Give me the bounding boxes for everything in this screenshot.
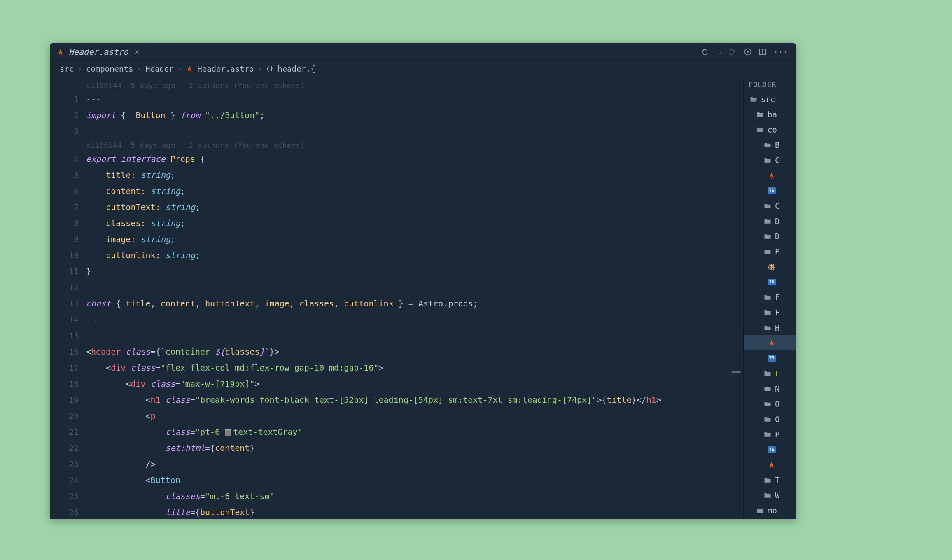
code-line bbox=[86, 280, 743, 296]
code-line: classes="mt-6 text-sm" bbox=[86, 488, 743, 504]
tree-item[interactable]: TS bbox=[744, 183, 796, 198]
tree-item[interactable]: L bbox=[744, 366, 796, 381]
gitlens-annotation[interactable]: s1196144, 5 days ago | 2 authors (You an… bbox=[86, 140, 743, 151]
line-number: 22 bbox=[50, 440, 79, 456]
astro-icon bbox=[768, 339, 776, 347]
code-line: set:html={content} bbox=[86, 440, 743, 456]
go-forward-icon[interactable] bbox=[729, 48, 737, 56]
line-number: 13 bbox=[50, 296, 79, 312]
tree-item-label: P bbox=[775, 430, 779, 439]
color-chip bbox=[225, 429, 231, 436]
line-number: 24 bbox=[50, 472, 79, 488]
tree-item[interactable]: TS bbox=[744, 274, 796, 289]
tree-item-label: O bbox=[775, 399, 779, 408]
folder-open-icon bbox=[749, 95, 758, 103]
tree-item[interactable]: D bbox=[744, 229, 796, 244]
close-icon[interactable]: × bbox=[135, 47, 140, 56]
tree-item-label: src bbox=[761, 95, 775, 104]
folder-icon bbox=[756, 506, 764, 515]
breadcrumb-item[interactable]: Header.astro bbox=[197, 64, 254, 73]
code-line: classes: string; bbox=[86, 215, 743, 231]
gitlens-annotation[interactable]: s1196144, 5 days ago | 2 authors (You an… bbox=[86, 80, 743, 91]
tree-item[interactable]: N bbox=[744, 381, 796, 396]
tree-item[interactable]: O bbox=[744, 411, 796, 427]
tree-item[interactable]: C bbox=[744, 152, 796, 168]
tree-item[interactable]: W bbox=[744, 488, 796, 503]
tree-item[interactable] bbox=[744, 457, 796, 472]
tree-item[interactable]: C bbox=[744, 198, 796, 213]
tree-item[interactable]: D bbox=[744, 213, 796, 229]
ts-icon: TS bbox=[768, 187, 776, 195]
run-icon[interactable] bbox=[744, 48, 752, 56]
code-area[interactable]: s1196144, 5 days ago | 2 authors (You an… bbox=[86, 77, 743, 519]
main-area: . 1 2 3 . 4 5 6 7 8 9 10 11 12 13 14 15 … bbox=[50, 77, 796, 519]
tree-item-label: C bbox=[775, 201, 779, 210]
tree-item[interactable]: P bbox=[744, 427, 796, 442]
chevron-right-icon: › bbox=[258, 65, 262, 73]
tree-item[interactable]: src bbox=[744, 91, 796, 107]
editor-tab[interactable]: Header.astro × bbox=[50, 43, 146, 61]
chevron-right-icon: › bbox=[137, 65, 141, 73]
folder-icon bbox=[763, 293, 772, 301]
tree-item-label: L bbox=[775, 369, 779, 378]
folder-icon bbox=[763, 324, 772, 332]
tree-item[interactable] bbox=[744, 259, 796, 274]
tree-item[interactable]: B bbox=[744, 137, 796, 152]
astro-icon bbox=[186, 65, 193, 72]
editor-pane[interactable]: . 1 2 3 . 4 5 6 7 8 9 10 11 12 13 14 15 … bbox=[50, 77, 743, 519]
more-icon[interactable]: ··· bbox=[773, 47, 788, 57]
tree-item[interactable]: TS bbox=[744, 442, 796, 457]
line-number: 18 bbox=[50, 376, 79, 392]
folder-icon bbox=[763, 217, 772, 225]
tree-item[interactable]: T bbox=[744, 472, 796, 488]
tab-actions: ··· bbox=[699, 47, 796, 57]
line-number: 1 bbox=[50, 91, 79, 107]
code-line: const { title, content, buttonText, imag… bbox=[86, 296, 743, 312]
tree-item[interactable]: F bbox=[744, 289, 796, 305]
tree-item[interactable]: pa bbox=[744, 518, 796, 519]
split-editor-icon[interactable] bbox=[758, 48, 767, 56]
line-number: 3 bbox=[50, 124, 79, 140]
breadcrumb-item[interactable]: Header bbox=[145, 64, 174, 73]
code-line: --- bbox=[86, 91, 743, 107]
line-number: 6 bbox=[50, 183, 79, 199]
tree-item[interactable]: ba bbox=[744, 107, 796, 122]
folder-icon bbox=[763, 232, 772, 240]
tree-item[interactable]: H bbox=[744, 320, 796, 335]
code-line: /> bbox=[86, 456, 743, 472]
code-line: buttonText: string; bbox=[86, 199, 743, 215]
breadcrumb-item[interactable]: header.{ bbox=[278, 64, 315, 73]
folder-icon bbox=[763, 202, 772, 210]
file-explorer: FOLDER srcbacoBCTSCDDETSFFHTSLNOOPTSTWmo… bbox=[743, 77, 796, 519]
tree-item[interactable]: TS bbox=[744, 350, 796, 366]
go-back-icon[interactable] bbox=[699, 48, 707, 56]
line-number: 25 bbox=[50, 488, 79, 504]
tree-item[interactable]: E bbox=[744, 244, 796, 259]
symbol-icon bbox=[266, 65, 273, 72]
code-line: class="pt-6 text-textGray" bbox=[86, 424, 743, 440]
tree-item[interactable] bbox=[744, 335, 796, 350]
breadcrumb: src › components › Header › Header.astro… bbox=[50, 61, 796, 77]
code-line: title={buttonText} bbox=[86, 504, 743, 519]
line-number: 23 bbox=[50, 456, 79, 472]
minimap-indicator bbox=[732, 371, 741, 373]
svg-point-0 bbox=[715, 49, 721, 54]
tree-item[interactable]: mo bbox=[744, 503, 796, 518]
code-line: title: string; bbox=[86, 167, 743, 183]
code-line: <header class={`container ${classes}`}> bbox=[86, 344, 743, 360]
astro-icon bbox=[768, 461, 776, 469]
breadcrumb-item[interactable]: components bbox=[86, 64, 133, 73]
line-number: 21 bbox=[50, 424, 79, 440]
tree-item-label: F bbox=[775, 308, 779, 317]
tree-item[interactable]: co bbox=[744, 122, 796, 137]
tree-item[interactable] bbox=[744, 168, 796, 183]
code-line: --- bbox=[86, 312, 743, 328]
tree-item[interactable]: O bbox=[744, 396, 796, 411]
line-number: 5 bbox=[50, 167, 79, 183]
tree-item-label: D bbox=[775, 217, 779, 226]
tree-item[interactable]: F bbox=[744, 305, 796, 320]
tree-item-label: B bbox=[775, 140, 779, 149]
breadcrumb-item[interactable]: src bbox=[60, 64, 74, 73]
line-number: 16 bbox=[50, 344, 79, 360]
loading-icon[interactable] bbox=[714, 48, 722, 56]
